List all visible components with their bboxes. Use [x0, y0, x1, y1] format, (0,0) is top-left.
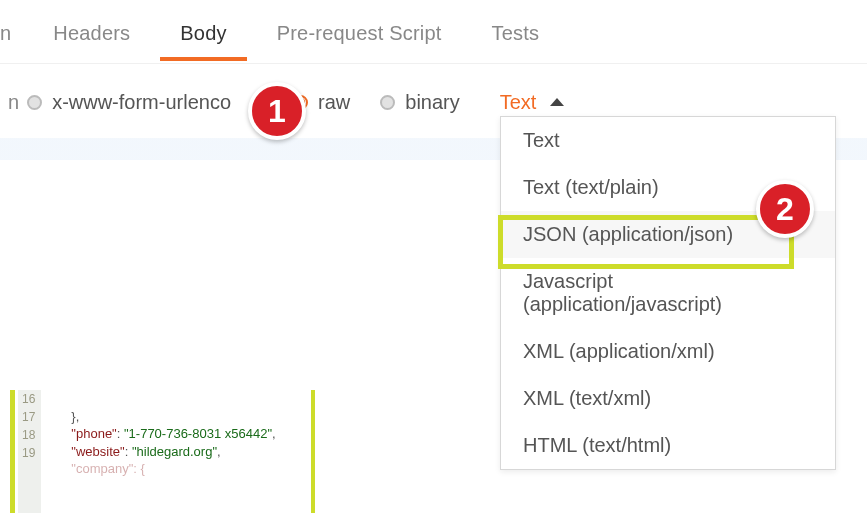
line-number: 17	[22, 408, 35, 426]
line-number: 18	[22, 426, 35, 444]
radio-option-truncated[interactable]: n	[8, 91, 19, 114]
code-token: :	[125, 444, 132, 459]
code-token: "website"	[71, 444, 124, 459]
line-number: 16	[22, 390, 35, 408]
dropdown-item-javascript[interactable]: Javascript (application/javascript)	[501, 258, 835, 328]
dropdown-item-xml-app[interactable]: XML (application/xml)	[501, 328, 835, 375]
code-token: "hildegard.org"	[132, 444, 217, 459]
code-token: "phone"	[71, 426, 116, 441]
code-token: ,	[272, 426, 276, 441]
tab-prerequest[interactable]: Pre-request Script	[257, 22, 462, 61]
dropdown-item-text[interactable]: Text	[501, 117, 835, 164]
radio-label: x-www-form-urlenco	[52, 91, 231, 114]
code-token: "1-770-736-8031 x56442"	[124, 426, 272, 441]
radio-form-urlencoded[interactable]: x-www-form-urlenco	[27, 91, 231, 114]
radio-label: raw	[318, 91, 350, 114]
code-token: :	[117, 426, 124, 441]
caret-up-icon	[550, 98, 564, 106]
code-editor-snippet: 16 17 18 19 }, "phone": "1-770-736-8031 …	[10, 390, 276, 513]
code-left-marker	[10, 390, 15, 513]
line-number: 19	[22, 444, 35, 462]
request-tabs: n Headers Body Pre-request Script Tests	[0, 20, 867, 64]
annotation-badge-2: 2	[756, 180, 814, 238]
code-token: ,	[217, 444, 221, 459]
tab-headers[interactable]: Headers	[33, 22, 150, 61]
dropdown-item-html[interactable]: HTML (text/html)	[501, 422, 835, 469]
tab-partial[interactable]: n	[0, 22, 23, 61]
radio-binary[interactable]: binary	[380, 91, 459, 114]
radio-icon	[380, 95, 395, 110]
code-token: "company": {	[71, 461, 145, 476]
tab-tests[interactable]: Tests	[472, 22, 560, 61]
radio-icon	[27, 95, 42, 110]
content-type-dropdown-trigger[interactable]: Text	[500, 91, 565, 114]
dropdown-item-xml-text[interactable]: XML (text/xml)	[501, 375, 835, 422]
tab-body[interactable]: Body	[160, 22, 246, 61]
code-right-marker	[311, 390, 315, 513]
code-gutter: 16 17 18 19	[18, 390, 41, 513]
code-token: },	[71, 409, 79, 424]
annotation-badge-1: 1	[248, 82, 306, 140]
code-content[interactable]: }, "phone": "1-770-736-8031 x56442", "we…	[41, 390, 275, 513]
radio-label: binary	[405, 91, 459, 114]
content-type-label: Text	[500, 91, 537, 114]
content-type-dropdown: Text Text (text/plain) JSON (application…	[500, 116, 836, 470]
